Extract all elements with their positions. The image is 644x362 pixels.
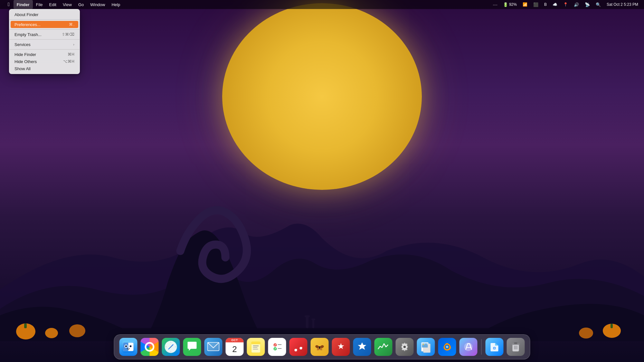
svg-rect-51 — [514, 346, 515, 349]
dock-separator — [481, 339, 482, 355]
dock-item-reeder[interactable]: ★ — [331, 337, 351, 357]
svg-rect-9 — [305, 315, 310, 317]
svg-point-42 — [423, 344, 424, 345]
menubar-wifi[interactable]: 📡 — [583, 0, 592, 9]
menu-item-show-all-label: Show All — [14, 66, 31, 71]
menubar-datetime[interactable]: Sat Oct 2 5:23 PM — [605, 0, 640, 9]
svg-rect-52 — [516, 346, 516, 349]
dock-item-preview[interactable] — [416, 337, 436, 357]
menu-item-about-label: About Finder — [14, 12, 38, 17]
svg-point-7 — [579, 328, 593, 339]
airplay-icon: ⬛ — [533, 2, 538, 7]
dock-item-music[interactable] — [289, 337, 308, 357]
menu-item-hide-finder-shortcut: ⌘H — [68, 52, 74, 57]
svg-point-4 — [69, 324, 85, 337]
reminders-icon — [268, 338, 286, 356]
menubar-go[interactable]: Go — [75, 0, 87, 9]
menubar-app-name[interactable]: Finder — [14, 0, 33, 9]
dock-item-firefox[interactable] — [438, 337, 457, 357]
submenu-arrow-icon: › — [73, 42, 74, 46]
svg-rect-11 — [311, 319, 315, 320]
dock-item-reminders[interactable] — [268, 337, 287, 357]
pixelmator-icon — [459, 338, 478, 356]
menu-item-preferences-label: Preferences... — [14, 22, 41, 27]
menu-item-services[interactable]: Services › — [9, 41, 80, 48]
svg-rect-29 — [253, 347, 258, 348]
firefox-icon — [438, 338, 456, 356]
svg-rect-2 — [24, 323, 27, 328]
menubar-airplay[interactable]: ⬛ — [531, 0, 540, 9]
moon — [222, 3, 422, 190]
menu-item-empty-trash[interactable]: Empty Trash... ⇧⌘⌫ — [9, 31, 80, 38]
preview-icon — [417, 338, 435, 356]
menu-item-hide-others-shortcut: ⌥⌘H — [63, 59, 74, 64]
menu-divider-3 — [9, 39, 80, 40]
dock-item-messages[interactable] — [183, 337, 202, 357]
menubar-dots[interactable]: ···· — [491, 0, 499, 9]
music-icon — [289, 338, 308, 356]
dock-item-tes[interactable] — [310, 337, 329, 357]
menu-item-hide-finder[interactable]: Hide Finder ⌘H — [9, 51, 80, 58]
menubar-battery[interactable]: 🔋 92% — [501, 0, 519, 9]
calendar-date: 2 — [226, 342, 244, 356]
menubar-help[interactable]: Help — [108, 0, 123, 9]
menubar:  Finder File Edit View Go Window Help ·… — [0, 0, 644, 9]
menu-item-services-label: Services — [14, 42, 31, 47]
menu-divider-4 — [9, 49, 80, 50]
dock-item-notes[interactable] — [246, 337, 266, 357]
menubar-file[interactable]: File — [33, 0, 46, 9]
menubar-bluetooth[interactable]: B — [542, 0, 549, 9]
menu-item-preferences-shortcut: ⌘, — [69, 22, 74, 27]
trash-icon — [507, 338, 525, 356]
dock-item-finder[interactable] — [119, 337, 138, 357]
dock-item-files[interactable] — [485, 337, 504, 357]
menu-item-empty-trash-label: Empty Trash... — [14, 32, 42, 37]
menu-item-preferences[interactable]: Preferences... ⌘, — [11, 21, 78, 28]
menu-item-empty-trash-shortcut: ⇧⌘⌫ — [62, 32, 74, 37]
files-icon — [486, 338, 504, 356]
menubar-search[interactable]: 🔍 — [594, 0, 603, 9]
system-preferences-icon — [396, 338, 414, 356]
finder-dropdown-menu: About Finder Preferences... ⌘, Empty Tra… — [9, 9, 80, 74]
search-icon: 🔍 — [596, 2, 601, 7]
svg-rect-50 — [514, 342, 517, 344]
menubar-location[interactable]: 📍 — [561, 0, 570, 9]
wifi-icon: 📶 — [523, 2, 527, 7]
volume-icon: 🔊 — [574, 2, 579, 7]
photos-icon — [141, 338, 159, 356]
menu-divider-2 — [9, 29, 80, 30]
menu-item-hide-others-label: Hide Others — [14, 59, 37, 64]
dock-item-pixelmator[interactable] — [459, 337, 478, 357]
dock-item-safari[interactable] — [161, 337, 181, 357]
svg-point-3 — [45, 328, 58, 338]
svg-rect-6 — [611, 324, 613, 328]
svg-point-38 — [403, 346, 406, 348]
menubar-window[interactable]: Window — [87, 0, 108, 9]
svg-rect-15 — [128, 343, 128, 351]
appstore-icon — [353, 338, 371, 356]
apple-menu-button[interactable]:  — [4, 0, 14, 9]
menubar-wifi-extra[interactable]: 📶 — [521, 0, 529, 9]
dock-item-mail[interactable] — [204, 337, 223, 357]
dock-item-trash[interactable] — [506, 337, 526, 357]
menu-item-about[interactable]: About Finder — [9, 11, 80, 18]
menubar-icloud[interactable]: ☁️ — [551, 0, 559, 9]
menubar-edit[interactable]: Edit — [46, 0, 60, 9]
menu-item-show-all[interactable]: Show All — [9, 65, 80, 72]
battery-icon: 🔋 — [503, 2, 508, 7]
calendar-month: OCT — [226, 338, 244, 342]
landscape — [0, 187, 644, 341]
menu-item-hide-others[interactable]: Hide Others ⌥⌘H — [9, 58, 80, 65]
dock-item-sysprefs[interactable] — [395, 337, 414, 357]
wifi-status-icon: 📡 — [585, 2, 590, 7]
dock-item-calendar[interactable]: OCT 2 — [225, 337, 244, 357]
dock-item-activity[interactable] — [374, 337, 393, 357]
dock-item-photos[interactable] — [140, 337, 159, 357]
dock-item-appstore[interactable] — [353, 337, 372, 357]
menubar-view[interactable]: View — [60, 0, 75, 9]
svg-point-18 — [126, 346, 127, 347]
menubar-volume[interactable]: 🔊 — [572, 0, 581, 9]
menu-item-hide-finder-label: Hide Finder — [14, 52, 36, 57]
svg-rect-53 — [517, 346, 517, 349]
bluetooth-icon: B — [544, 2, 547, 7]
